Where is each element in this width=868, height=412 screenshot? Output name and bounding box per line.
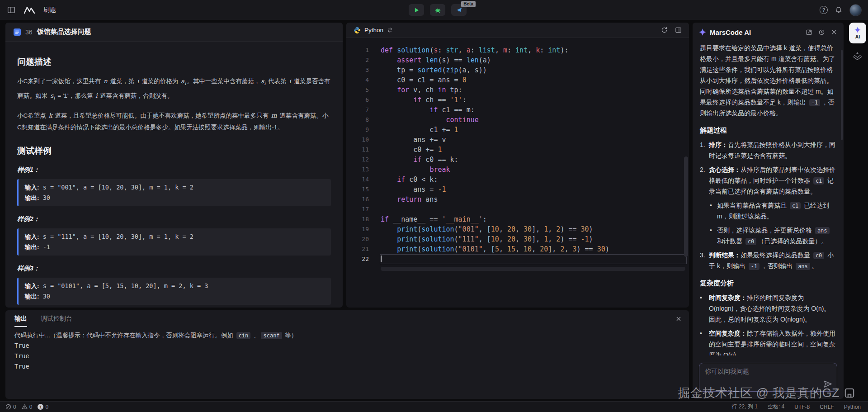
submit-button[interactable]: Beta [451, 4, 467, 16]
line-number: 20 [346, 234, 381, 244]
code-line[interactable]: 20 print(solution("111", [10, 20, 30], 1… [346, 234, 689, 244]
code-line[interactable]: 5 for v, ch in tp: [346, 85, 689, 95]
line-number: 7 [346, 105, 381, 115]
status-language[interactable]: Python [844, 404, 861, 410]
status-encoding[interactable]: UTF-8 [794, 404, 810, 410]
ai-panel: MarsCode AI 题目要求在给定的菜品中选择 k 道菜，使得总价格最小，并… [693, 23, 844, 399]
code-line[interactable]: 9 c1 += 1 [346, 125, 689, 135]
line-number: 22 [346, 254, 381, 264]
output-close-button[interactable] [675, 316, 682, 324]
problem-body: 问题描述 小C来到了一家饭馆，这里共有 n 道菜，第 i 道菜的价格为 ai。其… [5, 42, 343, 308]
editor-vertical-scrollbar[interactable] [684, 156, 688, 257]
line-text: c1 += 1 [381, 125, 458, 135]
inline-code: c0 [813, 252, 824, 259]
code-line[interactable]: 11 c0 += 1 [346, 145, 689, 155]
line-text: def solution(s: str, a: list, m: int, k:… [381, 45, 568, 55]
ai-history-button[interactable] [818, 29, 825, 36]
code-line[interactable]: 22 [346, 254, 689, 264]
sample-output-label: 输出: [25, 293, 39, 300]
line-number: 2 [346, 55, 381, 65]
ai-send-button[interactable] [823, 379, 832, 388]
list-marker: 1. [700, 139, 709, 161]
ai-list-item: 2.贪心选择：从排序后的菜品列表中依次选择价格最低的菜品，同时维护一个计数器 c… [700, 164, 836, 246]
reset-code-button[interactable] [661, 27, 668, 33]
list-marker: 3. [700, 250, 709, 271]
app-logo-icon [24, 6, 35, 14]
toolbar: Beta [409, 4, 467, 16]
code-line[interactable]: 7 if c1 == m: [346, 105, 689, 115]
code-line[interactable]: 8 continue [346, 115, 689, 125]
tab-debug-console[interactable]: 调试控制台 [41, 315, 72, 323]
math-var: ai [180, 77, 187, 85]
line-text: break [381, 165, 450, 175]
status-eol[interactable]: CRLF [820, 404, 834, 410]
ai-list-item: 3.判断结果：如果最终选择的菜品数量 c0 小于 k，则输出 -1，否则输出 a… [700, 250, 836, 271]
ai-close-button[interactable] [831, 29, 837, 36]
ai-launcher-button[interactable]: AI [849, 23, 866, 43]
list-item-body: 判断结果：如果最终选择的菜品数量 c0 小于 k，则输出 -1，否则输出 ans… [709, 250, 836, 271]
user-avatar[interactable] [849, 4, 862, 16]
code-line[interactable]: 12 if c0 == k: [346, 155, 689, 165]
sample-output-label: 输出: [25, 244, 39, 251]
code-line[interactable]: 1def solution(s: str, a: list, m: int, k… [346, 45, 689, 55]
ai-list-item: •时间复杂度：排序的时间复杂度为 O(nlogn)，贪心选择的时间复杂度为 O(… [700, 292, 836, 325]
code-line[interactable]: 14 if c0 < k: [346, 175, 689, 185]
ai-input[interactable] [699, 363, 837, 391]
list-marker: 2. [700, 164, 709, 246]
list-marker: • [710, 200, 717, 222]
line-number: 3 [346, 65, 381, 75]
problem-header: 36 饭馆菜品选择问题 [5, 23, 343, 42]
close-icon [831, 29, 837, 35]
output-line: True [14, 341, 680, 351]
run-button[interactable] [409, 4, 424, 16]
editor-horizontal-scrollbar[interactable] [381, 267, 685, 271]
code-area[interactable]: 1def solution(s: str, a: list, m: int, k… [346, 38, 689, 264]
status-cursor-position[interactable]: 行 22, 列 1 [732, 403, 758, 411]
code-line[interactable]: 3 tp = sorted(zip(a, s)) [346, 65, 689, 75]
ai-sublist-item: •否则，选择该菜品，并更新总价格 ans 和计数器 c0（已选择的菜品数量）。 [710, 225, 836, 246]
panel-toggle-icon[interactable] [7, 6, 15, 14]
status-indent[interactable]: 空格: 4 [768, 403, 784, 411]
inline-code: cin [236, 332, 251, 339]
line-number: 17 [346, 204, 381, 214]
code-line[interactable]: 10 ans += v [346, 135, 689, 145]
editor-layout-button[interactable] [675, 27, 682, 33]
ai-popout-button[interactable] [806, 29, 812, 36]
ai-scrollbar[interactable] [841, 50, 843, 140]
code-line[interactable]: 13 break [346, 165, 689, 175]
sample-block: 输入: s = "001", a = [10, 20, 30], m = 1, … [17, 179, 331, 206]
sample-block: 输入: s = "111", a = [10, 20, 30], m = 1, … [17, 228, 331, 256]
output-header: 输出 调试控制台 [5, 310, 689, 327]
editor-tabbar: Python [346, 23, 689, 38]
line-number: 8 [346, 115, 381, 125]
code-line[interactable]: 18if __name__ == '__main__': [346, 214, 689, 224]
debug-button[interactable] [430, 4, 445, 16]
ai-launcher-label: AI [855, 34, 860, 39]
math-var: m [270, 112, 278, 119]
line-text: print(solution("111", [10, 20, 30], 1, 2… [381, 234, 593, 244]
status-errors[interactable]: 0 [5, 404, 16, 410]
editor-tab-python[interactable]: Python [364, 27, 383, 33]
tab-output[interactable]: 输出 [14, 315, 27, 323]
sample-input-label: 输入: [25, 283, 39, 289]
problem-icon [14, 28, 21, 36]
list-item-body: 排序：首先将菜品按照价格从小到大排序，同时记录每道菜是否含有蘑菇。 [709, 139, 836, 161]
language-switch-icon[interactable] [387, 27, 393, 33]
help-button[interactable]: ? [820, 6, 828, 14]
code-line[interactable]: 21 print(solution("0101", [5, 15, 10, 20… [346, 244, 689, 254]
problem-paragraph: 小C希望点 k 道菜，且希望总价格尽可能低。由于她不喜欢蘑菇，她希望所点的菜中最… [17, 109, 331, 133]
list-item-body: 空间复杂度：除了存储输入数据外，额外使用的空间主要是排序所需的临时空间，空间复杂… [709, 328, 836, 355]
code-line[interactable]: 17 [346, 204, 689, 214]
juejin-rail-icon[interactable] [853, 52, 862, 60]
code-line[interactable]: 4 c0 = c1 = ans = 0 [346, 75, 689, 85]
status-warnings[interactable]: 0 [22, 404, 33, 410]
notifications-button[interactable] [835, 6, 842, 14]
status-notifications[interactable]: 1 0 [38, 404, 48, 410]
sample-output: 输出: 30 [25, 291, 325, 302]
code-line[interactable]: 6 if ch == '1': [346, 95, 689, 105]
code-line[interactable]: 19 print(solution("001", [10, 20, 30], 1… [346, 224, 689, 234]
ai-list-item: 1.排序：首先将菜品按照价格从小到大排序，同时记录每道菜是否含有蘑菇。 [700, 139, 836, 161]
code-line[interactable]: 15 ans = -1 [346, 185, 689, 194]
code-line[interactable]: 16 return ans [346, 194, 689, 204]
code-line[interactable]: 2 assert len(s) == len(a) [346, 55, 689, 65]
